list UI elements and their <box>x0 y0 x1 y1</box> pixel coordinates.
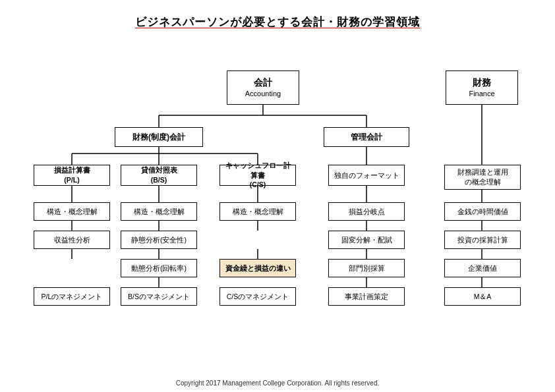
accounting-box: 会計 Accounting <box>227 70 299 105</box>
company-value-box: 企業価値 <box>444 259 521 277</box>
bs-structure-box: 構造・概念理解 <box>121 202 197 221</box>
bs-dynamic-box: 動態分析(回転率) <box>121 259 197 277</box>
page: ビジネスパーソンが必要とする会計・財務の学習領域 <box>0 0 555 392</box>
cs-management-box: C/Sのマネジメント <box>219 287 296 306</box>
cs-structure-box: 構造・概念理解 <box>219 202 296 221</box>
page-title: ビジネスパーソンが必要とする会計・財務の学習領域 <box>135 14 420 30</box>
pl-structure-box: 構造・概念理解 <box>34 202 110 221</box>
pl-management-box: P/Lのマネジメント <box>34 287 110 306</box>
financial-accounting-box: 財務(制度)会計 <box>115 127 203 147</box>
finance-concept-box: 財務調達と運用の概念理解 <box>444 165 521 190</box>
pl-box: 損益計算書(P/L) <box>34 165 110 186</box>
fixed-cost-box: 固変分解・配賦 <box>328 231 405 249</box>
business-plan-box: 事業計画策定 <box>328 287 405 306</box>
bs-management-box: B/Sのマネジメント <box>121 287 197 306</box>
finance-box: 財務 Finance <box>446 70 518 105</box>
dept-budget-box: 部門別採算 <box>328 259 405 277</box>
copyright: Copyright 2017 Management College Corpor… <box>176 379 380 387</box>
investment-calc-box: 投資の採算計算 <box>444 231 521 249</box>
pl-profitability-box: 収益性分析 <box>34 231 110 249</box>
management-accounting-box: 管理会計 <box>324 127 409 147</box>
ma-box: M＆A <box>444 287 521 306</box>
breakeven-box: 損益分岐点 <box>328 202 405 221</box>
chart-area: 会計 Accounting 財務 Finance 財務(制度)会計 管理会計 損… <box>7 36 548 379</box>
bs-static-box: 静態分析(安全性) <box>121 231 197 249</box>
time-value-box: 金銭の時間価値 <box>444 202 521 221</box>
bs-box: 貸借対照表(B/S) <box>121 165 197 186</box>
unique-format-box: 独自のフォーマット <box>328 165 405 186</box>
cs-cash-profit-box: 資金繰と損益の違い <box>219 259 296 277</box>
cs-box: キャッシュフロー計算書(C/S) <box>219 165 296 186</box>
